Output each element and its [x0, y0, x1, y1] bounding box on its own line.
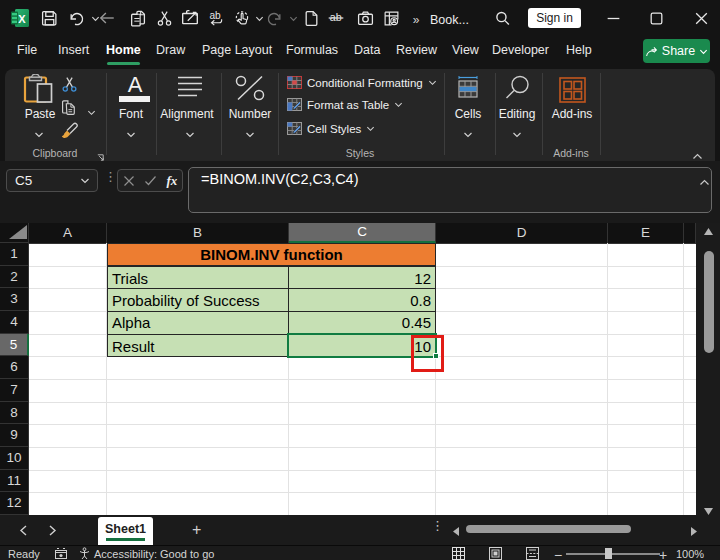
svg-text:ab: ab	[330, 11, 342, 23]
svg-text:X: X	[18, 13, 26, 25]
svg-text:ab: ab	[209, 10, 221, 21]
